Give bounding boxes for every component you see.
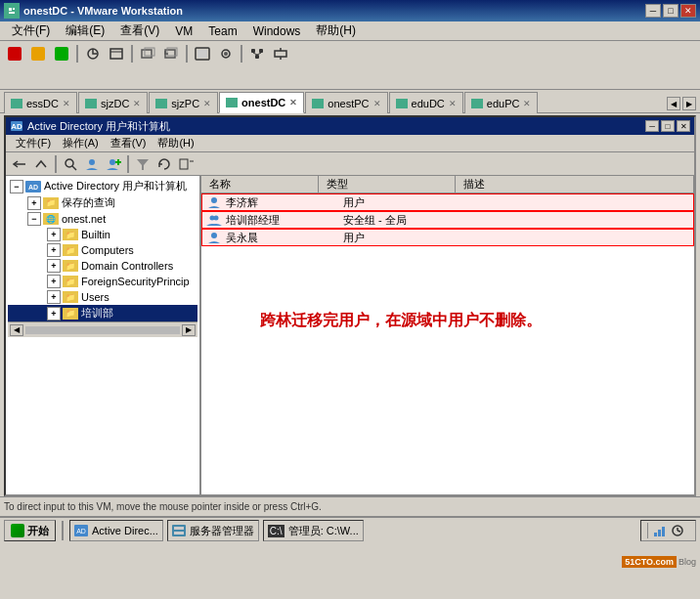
tab-close-onestPC[interactable]: ✕ [373, 99, 381, 108]
tab-close-sjzDC[interactable]: ✕ [133, 99, 141, 108]
tree-expander-foreign[interactable]: + [47, 275, 61, 288]
inner-close-button[interactable]: ✕ [677, 120, 690, 132]
tree-expander-training[interactable]: + [47, 307, 61, 321]
power-green-button[interactable] [51, 44, 72, 64]
tree-item-training[interactable]: + 📁 培训部 [8, 305, 197, 321]
annotation-text: 跨林迁移完用户，在源域中用户不删除。 [260, 311, 542, 331]
list-item-3[interactable]: 吴永晨 用户 [201, 229, 694, 246]
svg-point-39 [214, 216, 219, 221]
tree-expander-dc[interactable]: + [47, 259, 61, 273]
tree-item-builtin[interactable]: + 📁 Builtin [8, 227, 197, 242]
tree-expander-saved[interactable]: + [27, 196, 41, 210]
start-button[interactable]: 开始 [4, 520, 56, 541]
tree-expander-builtin[interactable]: + [47, 228, 61, 241]
scroll-right-arrow[interactable]: ▶ [182, 324, 196, 336]
tab-eduDC[interactable]: eduDC ✕ [389, 92, 463, 113]
tab-sjzPC[interactable]: sjzPC ✕ [149, 92, 218, 113]
inner-sep-1 [55, 155, 57, 173]
power-yellow-icon [31, 47, 45, 61]
tree-root: − AD Active Directory 用户和计算机 + 📁 保存的查询 − [8, 178, 197, 321]
tabs-row: essDC ✕ sjzDC ✕ sjzPC ✕ onestDC ✕ onestP… [0, 90, 700, 113]
tab-onestDC[interactable]: onestDC ✕ [219, 92, 304, 113]
inner-tb-refresh[interactable] [154, 155, 174, 173]
inner-tb-search[interactable] [61, 155, 80, 173]
tree-root-item[interactable]: − AD Active Directory 用户和计算机 [8, 178, 197, 194]
tab-close-eduPC[interactable]: ✕ [523, 99, 531, 108]
list-item-1[interactable]: 李济辉 用户 [201, 193, 694, 211]
tab-close-essDC[interactable]: ✕ [63, 99, 70, 108]
tree-item-foreign[interactable]: + 📁 ForeignSecurityPrincip [8, 274, 197, 289]
user-icon-3 [206, 231, 222, 244]
inner-tb-export[interactable] [176, 155, 196, 173]
power-red-button[interactable] [4, 44, 25, 64]
tab-close-eduDC[interactable]: ✕ [449, 99, 457, 108]
reset-button[interactable] [82, 44, 104, 64]
menu-help[interactable]: 帮助(H) [308, 21, 364, 41]
snapshot-back-button[interactable] [160, 44, 182, 64]
inner-menu-file[interactable]: 文件(F) [10, 135, 57, 151]
tree-item-onestnet[interactable]: − 🌐 onest.net [8, 211, 197, 227]
network-systray-icon [652, 523, 668, 538]
inner-menu-action[interactable]: 操作(A) [57, 135, 105, 151]
svg-rect-3 [9, 12, 15, 14]
inner-tb-new-user[interactable] [104, 155, 123, 173]
full-screen-button[interactable] [192, 44, 213, 64]
inner-tb-up[interactable] [31, 155, 51, 173]
taskbar-item-2[interactable]: 服务器管理器 [167, 520, 259, 541]
ctrl-alt-del-button[interactable] [270, 44, 291, 64]
close-button[interactable]: ✕ [680, 4, 696, 18]
svg-rect-47 [658, 530, 661, 536]
power-red-icon [8, 47, 22, 61]
inner-minimize-button[interactable]: ─ [645, 120, 659, 132]
title-bar-buttons: ─ □ ✕ [645, 4, 696, 18]
tree-item-saved-queries[interactable]: + 📁 保存的查询 [8, 194, 197, 211]
tab-sjzDC[interactable]: sjzDC ✕ [78, 92, 148, 113]
snapshot-button[interactable] [137, 44, 158, 64]
col-header-type[interactable]: 类型 [319, 176, 456, 193]
tree-expander-users[interactable]: + [47, 290, 61, 304]
tab-icon-onestPC [312, 99, 324, 108]
tree-item-computers[interactable]: + 📁 Computers [8, 242, 197, 258]
settings-button[interactable] [106, 44, 127, 64]
tab-scroll-left[interactable]: ◀ [667, 97, 680, 110]
scroll-track[interactable] [25, 326, 180, 334]
menu-windows[interactable]: Windows [245, 22, 309, 40]
tab-scroll-right[interactable]: ▶ [682, 97, 696, 110]
inner-menu-view[interactable]: 查看(V) [105, 135, 153, 151]
col-header-desc[interactable]: 描述 [456, 176, 694, 193]
inner-tb-user[interactable] [82, 155, 102, 173]
menu-file[interactable]: 文件(F) [4, 21, 58, 41]
scroll-left-arrow[interactable]: ◀ [10, 324, 23, 336]
tree-item-users[interactable]: + 📁 Users [8, 289, 197, 305]
tab-eduPC[interactable]: eduPC ✕ [464, 92, 539, 113]
item-name-1: 李济辉 [226, 195, 343, 210]
menu-edit[interactable]: 编辑(E) [58, 21, 112, 41]
inner-maximize-button[interactable]: □ [661, 120, 675, 132]
svg-rect-8 [145, 48, 154, 56]
taskbar-item-3[interactable]: C:\ 管理员: C:\W... [263, 520, 364, 541]
taskbar-item-1[interactable]: AD Active Direc... [69, 520, 163, 541]
menu-view[interactable]: 查看(V) [112, 21, 167, 41]
menu-vm[interactable]: VM [167, 22, 200, 40]
network-button[interactable] [246, 44, 268, 64]
inner-tb-back[interactable] [10, 155, 29, 173]
tree-expander-computers[interactable]: + [47, 243, 61, 257]
tree-expander-onestnet[interactable]: − [27, 212, 41, 226]
tree-item-dc[interactable]: + 📁 Domain Controllers [8, 258, 197, 274]
maximize-button[interactable]: □ [663, 4, 678, 18]
tab-close-onestDC[interactable]: ✕ [289, 98, 297, 107]
tab-close-sjzPC[interactable]: ✕ [203, 99, 211, 108]
power-yellow-button[interactable] [27, 44, 49, 64]
main-content: − AD Active Directory 用户和计算机 + 📁 保存的查询 − [6, 176, 694, 494]
tab-onestPC[interactable]: onestPC ✕ [305, 92, 387, 113]
tree-expander-root[interactable]: − [10, 180, 23, 193]
minimize-button[interactable]: ─ [645, 4, 661, 18]
menu-team[interactable]: Team [200, 22, 244, 40]
list-item-2[interactable]: 培训部经理 安全组 - 全局 [201, 211, 694, 229]
tab-essDC[interactable]: essDC ✕ [4, 92, 77, 113]
tab-label-sjzPC: sjzPC [171, 98, 199, 109]
unity-button[interactable] [215, 44, 237, 64]
inner-tb-filter[interactable] [133, 155, 153, 173]
col-header-name[interactable]: 名称 [201, 176, 319, 193]
inner-menu-help[interactable]: 帮助(H) [152, 135, 199, 151]
